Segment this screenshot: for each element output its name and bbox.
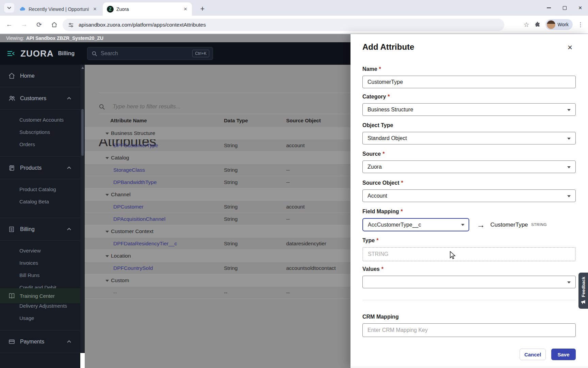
crm-mapping-input[interactable]: [368, 327, 571, 333]
mapping-arrow-icon: →: [477, 220, 485, 230]
field-mapping-select[interactable]: AccCustomerType__c: [362, 218, 469, 231]
attribute-link[interactable]: DPAcquisitionChannel: [113, 216, 165, 222]
group-row-channel[interactable]: Channel: [85, 188, 350, 201]
sidebar-item-label: Billing: [20, 226, 67, 232]
table-header: Attribute Name Data Type Source Object: [85, 114, 350, 127]
tab-close-icon[interactable]: ✕: [182, 6, 189, 12]
forward-button[interactable]: →: [18, 19, 30, 30]
group-row-custom[interactable]: Custom: [85, 274, 350, 287]
chevron-up-icon: [67, 166, 71, 169]
sidebar-item-catalog-beta[interactable]: Catalog Beta: [0, 196, 80, 208]
attribute-link[interactable]: DPFCountrySold: [113, 265, 153, 271]
chevron-up-icon: [67, 97, 71, 100]
sidebar-item-customers[interactable]: Customers: [0, 87, 80, 110]
source-select[interactable]: Zuora: [362, 160, 576, 173]
scrollbar-thumb[interactable]: [81, 109, 84, 156]
name-input[interactable]: [368, 79, 571, 85]
group-row-catalog[interactable]: Catalog: [85, 152, 350, 164]
sidebar-item-label: Payments: [20, 339, 67, 345]
chevron-down-icon: [7, 6, 11, 9]
object-type-label: Object Type: [362, 122, 393, 128]
values-select[interactable]: [362, 276, 576, 288]
attribute-link[interactable]: DPCustomer: [113, 204, 144, 210]
sidebar-item-customer-accounts[interactable]: Customer Accounts: [0, 114, 80, 126]
collapse-triangle-icon: [105, 280, 109, 282]
collapse-triangle-icon: [105, 194, 109, 196]
sidebar-item-training-center[interactable]: Training Center: [0, 288, 85, 303]
sidebar-item-invoices[interactable]: Invoices: [0, 257, 80, 269]
browser-tab-zuora[interactable]: Z Zuora ✕: [103, 2, 192, 16]
attribute-link[interactable]: DPFDataResidencyTier__c: [113, 241, 177, 247]
billing-submenu: Overview Invoices Bill Runs Credit and D…: [0, 241, 80, 331]
chevron-up-icon: [67, 228, 71, 231]
sidebar-item-home[interactable]: Home: [0, 65, 80, 87]
maximize-button[interactable]: [557, 0, 572, 16]
attribute-link[interactable]: DPBandwidthType: [113, 179, 157, 185]
name-label: Name*: [362, 66, 381, 72]
tab-search-button[interactable]: [4, 3, 14, 13]
search-icon: [99, 104, 105, 110]
browser-menu-icon[interactable]: ⋮: [577, 21, 583, 28]
sidebar-item-billing[interactable]: Billing: [0, 218, 80, 241]
sidebar-item-usage[interactable]: Usage: [0, 312, 80, 324]
category-select[interactable]: Business Structure: [362, 103, 576, 116]
zuora-logo: ZUORA: [20, 48, 53, 59]
sidebar-item-overview[interactable]: Overview: [0, 245, 80, 257]
window-controls: ✕: [541, 0, 588, 16]
sidebar-item-products[interactable]: Products: [0, 157, 80, 179]
cancel-button[interactable]: Cancel: [520, 349, 546, 360]
minimize-button[interactable]: [541, 0, 557, 16]
global-search[interactable]: Ctrl+K: [87, 47, 213, 60]
bookmark-star-icon[interactable]: ☆: [524, 21, 529, 29]
back-button[interactable]: ←: [3, 19, 15, 30]
reload-button[interactable]: ⟳: [33, 19, 45, 30]
browser-tab-salesforce[interactable]: Recently Viewed | Opportunitie ✕: [15, 2, 101, 16]
column-header-data-type: Data Type: [224, 118, 248, 123]
mapped-field-name: CustomerType: [490, 221, 528, 228]
new-tab-button[interactable]: +: [197, 4, 208, 14]
category-label: Category*: [362, 94, 390, 100]
column-header-attribute-name: Attribute Name: [110, 118, 147, 123]
sidebar-item-product-catalog[interactable]: Product Catalog: [0, 183, 80, 196]
tab-close-icon[interactable]: ✕: [92, 6, 98, 12]
type-label: Type*: [362, 237, 378, 244]
group-row-location[interactable]: Location: [85, 250, 350, 262]
chevron-down-icon: [567, 109, 571, 111]
search-icon: [92, 51, 97, 57]
table-row: DPFCountrySoldStringaccountsoldtocontact: [85, 262, 350, 274]
close-window-button[interactable]: ✕: [572, 0, 588, 16]
group-row-customer-context[interactable]: Customer Context: [85, 225, 350, 237]
sidebar: Home Customers Customer Accounts Subscri…: [0, 65, 80, 368]
attributes-table: Business Structure DPFCustomerTypeString…: [85, 127, 350, 299]
close-icon[interactable]: ✕: [566, 43, 574, 52]
mapped-field-type-badge: STRING: [531, 223, 547, 227]
object-type-select[interactable]: Standard Object: [362, 132, 576, 144]
scrollbar-up-arrow[interactable]: [81, 67, 84, 69]
filter-bar: [99, 100, 350, 113]
sidebar-item-subscriptions[interactable]: Subscriptions: [0, 126, 80, 138]
global-search-input[interactable]: [101, 50, 192, 57]
sidebar-item-label: Training Center: [20, 293, 55, 299]
browser-profile-button[interactable]: Work: [545, 19, 573, 30]
chevron-down-icon: [567, 195, 571, 197]
divider: [350, 367, 588, 367]
sidebar-collapse-icon[interactable]: [7, 50, 16, 57]
attribute-link[interactable]: DPFCustomerType: [113, 142, 158, 149]
home-button[interactable]: [48, 19, 60, 30]
attribute-link[interactable]: StorageClass: [113, 167, 145, 173]
search-shortcut-badge: Ctrl+K: [192, 50, 209, 57]
sidebar-item-orders[interactable]: Orders: [0, 138, 80, 151]
filter-input[interactable]: [113, 103, 350, 110]
billing-icon: [8, 226, 16, 233]
sidebar-item-bill-runs[interactable]: Bill Runs: [0, 269, 80, 281]
avatar: [547, 20, 555, 29]
source-object-select[interactable]: Account: [362, 189, 576, 202]
values-label: Values*: [362, 266, 383, 272]
save-button[interactable]: Save: [551, 349, 576, 360]
home-icon: [8, 72, 16, 79]
sidebar-item-payments[interactable]: Payments: [0, 331, 80, 353]
feedback-tab[interactable]: Feedback: [578, 273, 588, 309]
address-bar[interactable]: apisandbox.zuora.com/platform/apps/conte…: [63, 19, 504, 31]
group-row-business-structure[interactable]: Business Structure: [85, 127, 350, 139]
extensions-puzzle-icon[interactable]: [534, 21, 541, 28]
